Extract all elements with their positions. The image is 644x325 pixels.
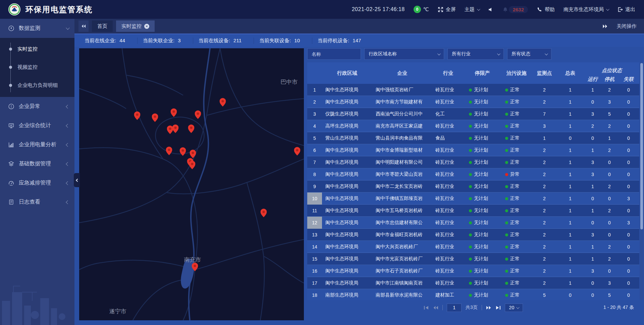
map-pin-icon[interactable] bbox=[192, 263, 198, 271]
cell-pollution-facility: 正常 bbox=[500, 208, 533, 214]
close-operations-button[interactable]: 关闭操作 bbox=[616, 23, 637, 30]
tab-label: 实时监控 bbox=[121, 23, 142, 30]
close-icon[interactable]: ✕ bbox=[144, 24, 149, 29]
table-row[interactable]: 1 阆中生态环境局 阆中强锐页岩砖厂 砖瓦行业 无计划 正常 2 1 1 2 0 bbox=[307, 84, 639, 96]
theme-label: 主题 bbox=[465, 6, 475, 13]
table-row[interactable]: 2 阆中生态环境局 阆中市南方节能建材有 砖瓦行业 无计划 正常 2 1 0 3… bbox=[307, 96, 639, 108]
tab-home[interactable]: 首页 bbox=[92, 20, 113, 32]
notifications[interactable]: 2632 bbox=[502, 6, 528, 13]
map-panel[interactable]: 巴中市南充市遂宁市 bbox=[79, 48, 304, 320]
table-row[interactable]: 10 阆中生态环境局 阆中千佛镇五郎垭页岩 砖瓦行业 无计划 正常 2 1 0 … bbox=[307, 193, 639, 205]
status-dot-green bbox=[469, 185, 472, 188]
cell-industry: 砖瓦行业 bbox=[432, 268, 464, 274]
map-pin-icon[interactable] bbox=[134, 111, 140, 120]
cell-company: 阆中大兴页岩机砖厂 bbox=[372, 244, 432, 250]
tabs-scroll-right-button[interactable] bbox=[602, 24, 608, 29]
sidebar-item[interactable]: 基础数据管理 bbox=[0, 154, 74, 173]
cell-stopped: 0 bbox=[601, 232, 618, 237]
status-select[interactable]: 所有状态 bbox=[507, 48, 551, 60]
chevron-left-icon bbox=[75, 178, 79, 182]
table-row[interactable]: 18 南部生态环境局 南部县新华水泥有限公 建材加工 无计划 正常 5 0 0 … bbox=[307, 289, 639, 300]
tab-realtime-monitor[interactable]: 实时监控 ✕ bbox=[116, 20, 155, 32]
map-pin-icon[interactable] bbox=[152, 113, 158, 122]
previous-page-button[interactable] bbox=[433, 306, 438, 310]
sidebar-item[interactable]: 企业综合统计 bbox=[0, 116, 74, 135]
map-pin-icon[interactable] bbox=[166, 147, 172, 155]
table-row[interactable]: 17 阆中生态环境局 阆中市江南镇阆南页岩 砖瓦行业 无计划 正常 2 1 0 … bbox=[307, 277, 639, 289]
tabs-scroll-left-button[interactable] bbox=[78, 20, 89, 32]
cell-company: 阆中市金福旺页岩机砖 bbox=[372, 232, 432, 238]
page-number-input[interactable]: 1 bbox=[447, 304, 462, 312]
sidebar-item[interactable]: 企业用电量分析 bbox=[0, 135, 74, 154]
cell-index: 12 bbox=[307, 217, 322, 229]
cell-stopped: 3 bbox=[601, 280, 618, 286]
fullscreen-icon bbox=[438, 7, 443, 12]
sidebar-subitem[interactable]: 视频监控 bbox=[0, 58, 74, 76]
map-pin-icon[interactable] bbox=[188, 124, 195, 133]
column-header-industry: 行业 bbox=[432, 62, 464, 84]
speaker-button[interactable] bbox=[488, 7, 494, 12]
table-row[interactable]: 16 阆中生态环境局 阆中市石子页岩机砖厂 砖瓦行业 无计划 正常 2 1 3 … bbox=[307, 265, 639, 277]
cell-offline: 0 bbox=[618, 160, 639, 165]
chevron-down-icon bbox=[545, 52, 548, 55]
status-dot-green bbox=[469, 233, 472, 236]
sidebar-item[interactable]: 数据监测 bbox=[0, 19, 74, 38]
map-pin-icon[interactable] bbox=[294, 147, 300, 156]
map-pin-icon[interactable] bbox=[172, 124, 178, 133]
status-dot-green bbox=[469, 173, 472, 176]
cell-monitor-points: 2 bbox=[533, 232, 556, 237]
sidebar-item-label: 日志查看 bbox=[19, 199, 40, 206]
table-row[interactable]: 14 阆中生态环境局 阆中大兴页岩机砖厂 砖瓦行业 无计划 正常 2 1 1 2… bbox=[307, 241, 639, 253]
help-button[interactable]: 帮助 bbox=[537, 6, 555, 13]
cell-industry: 砖瓦行业 bbox=[432, 232, 464, 238]
table-row[interactable]: 8 阆中生态环境局 阆中市枣碧大梁山页岩 砖瓦行业 无计划 异常 2 1 3 0… bbox=[307, 168, 639, 180]
cell-index: 6 bbox=[307, 144, 322, 156]
next-page-button[interactable] bbox=[486, 306, 491, 310]
map-pin-icon[interactable] bbox=[190, 150, 196, 158]
table-row[interactable]: 6 阆中生态环境局 阆中市金博瑞新型墙材 砖瓦行业 无计划 正常 2 1 1 2… bbox=[307, 144, 639, 156]
scrollbar-thumb[interactable] bbox=[640, 63, 643, 229]
page-size-select[interactable]: 20 bbox=[505, 304, 523, 312]
status-dot bbox=[505, 233, 508, 236]
map-pin-icon[interactable] bbox=[261, 209, 267, 217]
cell-company: 阆中市南方节能建材有 bbox=[372, 99, 432, 105]
map-pin-icon[interactable] bbox=[195, 110, 201, 119]
last-page-button[interactable] bbox=[495, 306, 501, 310]
cell-monitor-points: 2 bbox=[533, 280, 556, 286]
table-row[interactable]: 4 高坪生态环境局 南充市高坪区王家店建 砖瓦行业 无计划 正常 3 1 2 2… bbox=[307, 120, 639, 132]
cell-running: 3 bbox=[584, 172, 601, 177]
map-pin-icon[interactable] bbox=[220, 98, 226, 107]
table-row[interactable]: 12 阆中生态环境局 阆中市忠信建材有限公 砖瓦行业 无计划 正常 2 1 0 … bbox=[307, 217, 639, 229]
table-row[interactable]: 13 阆中生态环境局 阆中市金福旺页岩机砖 砖瓦行业 无计划 正常 2 1 3 … bbox=[307, 229, 639, 241]
theme-menu[interactable]: 主题 bbox=[465, 6, 479, 13]
table-scrollbar[interactable] bbox=[640, 62, 643, 300]
table-row[interactable]: 5 营山生态环境局 营山县润丰肉食品有限 食品 无计划 正常 1 0 0 1 0 bbox=[307, 132, 639, 144]
map-collapse-button[interactable] bbox=[74, 173, 80, 187]
table-row[interactable]: 3 仪陇生态环境局 西南油气田分公司川中 化工 无计划 正常 7 1 3 5 0 bbox=[307, 108, 639, 120]
first-page-button[interactable] bbox=[424, 306, 429, 310]
sidebar-subitem[interactable]: 实时监控 bbox=[0, 40, 74, 58]
cell-pollution-facility: 正常 bbox=[500, 147, 533, 153]
logout-button[interactable]: 退出 bbox=[617, 6, 635, 13]
map-pin-icon[interactable] bbox=[179, 147, 186, 156]
cell-company: 西南油气田分公司川中 bbox=[372, 111, 432, 117]
region-select[interactable]: 行政区域名称 bbox=[364, 48, 444, 60]
sidebar-item[interactable]: 应急减排管理 bbox=[0, 173, 74, 193]
org-menu[interactable]: 南充市生态环境局 bbox=[564, 6, 608, 13]
sidebar-item[interactable]: 日志查看 bbox=[0, 193, 74, 212]
table-row[interactable]: 9 阆中生态环境局 阆中市二龙长宝页岩砖 砖瓦行业 无计划 正常 2 1 1 2… bbox=[307, 180, 639, 193]
cell-region: 阆中生态环境局 bbox=[322, 99, 372, 105]
cell-limit-production: 无计划 bbox=[464, 135, 500, 141]
map-pin-icon[interactable] bbox=[171, 108, 177, 117]
status-dot bbox=[505, 221, 508, 224]
map-pin-icon[interactable] bbox=[189, 161, 196, 169]
name-search-input[interactable] bbox=[307, 48, 361, 60]
table-row[interactable]: 11 阆中生态环境局 阆中市五马桥页岩机砖 砖瓦行业 无计划 正常 2 1 1 … bbox=[307, 205, 639, 217]
column-header-index bbox=[307, 62, 322, 84]
industry-select[interactable]: 所有行业 bbox=[447, 48, 504, 60]
table-row[interactable]: 7 阆中生态环境局 阆中明阳建材有限公司 砖瓦行业 无计划 正常 2 1 3 0… bbox=[307, 156, 639, 168]
table-row[interactable]: 15 阆中生态环境局 阆中市光富页岩机砖厂 砖瓦行业 无计划 正常 2 1 1 … bbox=[307, 253, 639, 265]
sidebar-item[interactable]: 企业异常 bbox=[0, 97, 74, 116]
sidebar-subitem[interactable]: 企业电力负荷明细 bbox=[0, 76, 74, 94]
fullscreen-button[interactable]: 全屏 bbox=[438, 6, 456, 13]
